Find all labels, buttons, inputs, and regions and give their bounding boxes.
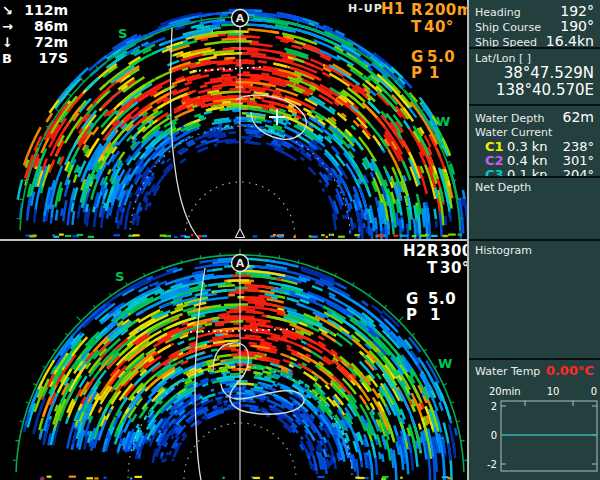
histogram-section: Histogram [469, 241, 600, 360]
net-depth-section: Net Depth [469, 178, 600, 241]
c2-speed: 0.4 kn [507, 153, 548, 168]
compass-label-s: S [115, 269, 124, 284]
ship-course-label: Ship Course [475, 21, 541, 34]
h1-p-value: 1 [429, 65, 440, 81]
y-tick-2: 2 [491, 401, 497, 412]
ship-speed-row: Ship Speed 16.4kn [475, 33, 594, 48]
nav-section: Heading 192° Ship Course 190° Ship Speed… [469, 0, 600, 49]
water-temp-section: Water Temp 0.00°C 20min 10 0 2 0 -2 [469, 360, 600, 480]
h2-p-key: P [406, 307, 418, 323]
h2-tilt-key: T [427, 260, 438, 276]
horizontal-range-value: 86m [19, 18, 68, 34]
ship-course-row: Ship Course 190° [475, 18, 594, 33]
echo-layer-h1 [18, 10, 467, 240]
bearing-marker-a: A [232, 10, 249, 27]
h1-gain-key: G [411, 49, 424, 65]
current-row-c1: C1 0.3 kn 238° [475, 139, 594, 153]
current-row-c2: C2 0.4 kn 301° [475, 153, 594, 167]
ship-speed-value: 16.4kn [546, 33, 594, 49]
h1-tilt-value: 40° [424, 19, 454, 35]
c3-id: C3 [485, 167, 507, 178]
range-depth-indicators: ↘ 112m → 86m ↓ 72m B 17S [2, 2, 68, 66]
h1-tilt-key: T [411, 19, 422, 35]
b-scale-value: 17S [19, 50, 68, 66]
h1-label: H1 [381, 1, 405, 17]
c2-direction: 301° [563, 153, 594, 168]
ship-speed-label: Ship Speed [475, 36, 537, 49]
half-screen-divider [0, 239, 467, 241]
own-ship-marker [236, 229, 245, 238]
water-depth-row: Water Depth 62m [475, 109, 594, 125]
water-section: Water Depth 62m Water Current C1 0.3 kn … [469, 106, 600, 178]
depth-value: 72m [19, 34, 68, 50]
h2-p-value: 1 [430, 307, 441, 323]
c1-id: C1 [485, 139, 507, 154]
current-row-c3: C3 0.1 kn 204° [475, 167, 594, 178]
compass-label-s: S [118, 26, 127, 41]
slant-range-value: 112m [19, 2, 68, 18]
svg-text:A: A [236, 12, 245, 25]
graph-frame [501, 401, 597, 471]
water-temp-graph: 20min 10 0 2 0 -2 [469, 377, 600, 479]
h1-range-value: 200m [424, 2, 473, 18]
ship-course-value: 190° [560, 18, 594, 34]
water-depth-value: 62m [563, 109, 594, 125]
c3-speed: 0.1 kn [507, 167, 548, 178]
slant-arrow-icon: ↘ [2, 3, 19, 18]
h2-gain-value: 5.0 [428, 291, 456, 307]
longitude-value: 138°40.570E [475, 82, 594, 99]
sonar-display-h2[interactable]: A S W [0, 240, 467, 480]
c3-direction: 204° [563, 167, 594, 178]
h1-range-key: R [411, 2, 423, 18]
x-tick-0: 0 [591, 386, 597, 397]
h1-gain-value: 5.0 [427, 49, 455, 65]
y-tick-neg2: -2 [487, 459, 497, 470]
compass-label-w: W [436, 114, 450, 129]
heading-up-mode-label: H-UP [348, 2, 383, 15]
h2-tilt-value: 30° [440, 260, 470, 276]
c1-direction: 238° [563, 139, 594, 154]
x-tick-20min: 20min [489, 386, 521, 397]
bearing-marker-a: A [232, 255, 249, 272]
c2-id: C2 [485, 153, 507, 168]
c1-speed: 0.3 kn [507, 139, 548, 154]
x-tick-10: 10 [547, 386, 560, 397]
heading-value: 192° [560, 3, 594, 19]
h2-gain-key: G [406, 291, 419, 307]
water-temp-value: 0.00°C [546, 363, 594, 378]
sonar-display-h1[interactable]: A S W [0, 0, 467, 240]
heading-label: Heading [475, 6, 521, 19]
y-tick-0: 0 [491, 430, 497, 441]
h2-range-key: R [427, 243, 439, 259]
histogram-label: Histogram [475, 244, 594, 257]
b-label: B [2, 51, 19, 66]
svg-text:A: A [236, 257, 245, 270]
slant-range-row: ↘ 112m [2, 2, 68, 18]
h2-label: H2 [403, 243, 427, 259]
heading-row: Heading 192° [475, 3, 594, 18]
h1-p-key: P [411, 65, 423, 81]
net-depth-label: Net Depth [475, 181, 594, 194]
water-temp-row: Water Temp 0.00°C [475, 363, 594, 377]
water-temp-label: Water Temp [475, 365, 540, 378]
compass-label-w: W [438, 356, 452, 371]
latlon-section: Lat/Lon [ ] 38°47.529N 138°40.570E [469, 49, 600, 106]
b-scale-row: B 17S [2, 50, 68, 66]
right-arrow-icon: → [2, 19, 19, 34]
latitude-value: 38°47.529N [475, 65, 594, 82]
water-depth-label: Water Depth [475, 112, 545, 125]
water-current-label: Water Current [475, 126, 594, 139]
data-panel: Heading 192° Ship Course 190° Ship Speed… [467, 0, 600, 480]
depth-row: ↓ 72m [2, 34, 68, 50]
down-arrow-icon: ↓ [2, 35, 19, 50]
horizontal-range-row: → 86m [2, 18, 68, 34]
sonar-screen: A S W A S W ↘ 112m → 86m [0, 0, 600, 480]
